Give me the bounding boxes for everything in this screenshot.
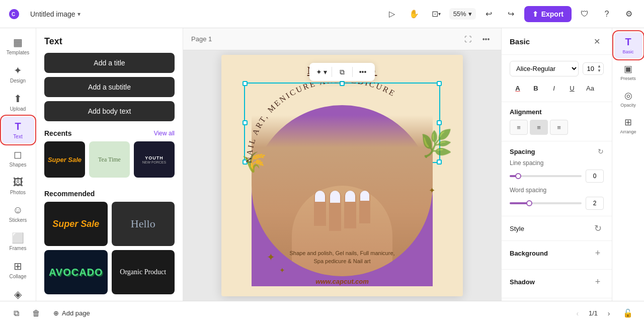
topbar-actions: ▷ ✋ ⊡ ▾ 55% ▾ ↩ ↪ ⬆ Export 🛡 ? ⚙ (383, 5, 638, 23)
sidebar-item-stickers[interactable]: ☺ Stickers (2, 200, 34, 227)
font-row: Alice-Regular 10 ▲ ▼ (510, 61, 604, 76)
recent-super-sale[interactable]: Super Sale (44, 141, 85, 178)
website-text: www.capcut.com (315, 278, 369, 285)
sidebar-item-collage[interactable]: ⊞ Collage (2, 256, 34, 283)
bottom-bar: ⧉ 🗑 ⊕ Add page ‹ 1/1 › 🔓 (0, 301, 644, 325)
font-size-control: 10 ▲ ▼ (583, 62, 604, 75)
collage-label: Collage (10, 274, 27, 279)
recent-youth[interactable]: YOUTH NEW FORCES (134, 141, 175, 178)
opacity-label: Opacity (620, 103, 636, 108)
canvas-wrapper: ✦ ▾ ⧉ ••• Nail Studio (221, 55, 463, 296)
hand-tool-button[interactable]: ✋ (405, 5, 423, 23)
finger-2 (329, 191, 341, 231)
style-refresh-button[interactable]: ↻ (592, 222, 604, 234)
resize-button[interactable]: ⊡ ▾ (427, 5, 445, 23)
sidebar-item-shapes[interactable]: ◻ Shapes (2, 144, 34, 172)
recent-tea-time[interactable]: Tea Time (89, 141, 130, 178)
add-body-text-button[interactable]: Add body text (44, 101, 175, 121)
add-title-button[interactable]: Add a title (44, 53, 175, 73)
sidebar-item-opacity[interactable]: ◎ Opacity (614, 86, 642, 112)
canvas-scroll[interactable]: ✦ ▾ ⧉ ••• Nail Studio (183, 50, 501, 301)
background-add-button[interactable]: + (592, 247, 604, 259)
sidebar-item-frames[interactable]: ⬜ Frames (2, 228, 34, 255)
help-button[interactable]: ? (598, 5, 616, 23)
prev-page-button[interactable]: ‹ (571, 306, 585, 320)
more-options-icon[interactable]: ••• (479, 32, 493, 46)
match-case-button[interactable]: Aa (582, 80, 598, 96)
align-left-button[interactable]: ≡ (510, 120, 528, 135)
bold-button[interactable]: B (528, 80, 544, 96)
left-panel-title: Text (36, 28, 183, 51)
underline-button[interactable]: U (564, 80, 580, 96)
line-spacing-track[interactable] (510, 175, 582, 177)
recommended-super-sale[interactable]: Super Sale (44, 202, 108, 246)
next-page-button[interactable]: › (602, 306, 616, 320)
format-row: A B I U Aa (510, 80, 604, 96)
export-button[interactable]: ⬆ Export (524, 6, 572, 22)
duplicate-page-button[interactable]: ⧉ (8, 305, 24, 321)
italic-button[interactable]: I (546, 80, 562, 96)
word-spacing-track[interactable] (510, 202, 582, 204)
redo-button[interactable]: ↪ (502, 5, 520, 23)
line-spacing-slider-row: 0 (510, 170, 604, 183)
zoom-control[interactable]: 55% ▾ (449, 8, 476, 20)
lock-button[interactable]: 🔓 (620, 305, 636, 321)
nail-3 (345, 191, 355, 202)
page-navigation: ‹ 1/1 › (571, 306, 616, 320)
font-size-up-icon: ▲ (597, 64, 601, 68)
basic-text-icon: T (625, 36, 631, 48)
recommended-organic[interactable]: Organic Product (112, 250, 175, 294)
frames-label: Frames (10, 246, 27, 251)
recommended-avocado[interactable]: AVOCADO (44, 250, 108, 294)
sparkle-2: ✦ (279, 266, 285, 274)
canva-logo[interactable]: C (6, 6, 22, 22)
text-label: Text (13, 134, 22, 139)
text-color-button[interactable]: A (510, 80, 526, 96)
sidebar-item-templates[interactable]: ▦ Templates (2, 32, 34, 59)
basic-label: Basic (622, 49, 633, 54)
sidebar-item-presets[interactable]: ▣ Presets (614, 59, 642, 85)
settings-button[interactable]: ⚙ (620, 5, 638, 23)
sparkle-1: ✦ (267, 251, 275, 263)
align-center-button[interactable]: ≡ (530, 120, 548, 135)
shadow-add-button[interactable]: + (592, 276, 604, 288)
sidebar-item-design[interactable]: ✦ Design (2, 60, 34, 88)
view-all-button[interactable]: View all (154, 130, 175, 137)
edit-effects-button[interactable]: ✦ ▾ (313, 65, 330, 79)
font-family-select[interactable]: Alice-Regular (510, 61, 579, 76)
word-spacing-thumb[interactable] (526, 200, 532, 206)
copy-style-button[interactable]: ⧉ (334, 65, 350, 79)
photos-icon: 🖼 (13, 177, 23, 188)
design-canvas[interactable]: Nail Studio NAIL ART, MENICURE AND PEDIC… (221, 55, 463, 296)
nail-4 (360, 191, 369, 201)
nail-2 (330, 191, 340, 203)
shield-button[interactable]: 🛡 (576, 5, 594, 23)
recents-label: Recents (44, 129, 71, 137)
line-spacing-thumb[interactable] (515, 173, 521, 179)
sidebar-item-basic[interactable]: T Basic (614, 32, 642, 58)
present-button[interactable]: ▷ (383, 5, 401, 23)
sidebar-item-text[interactable]: T Text (2, 117, 34, 143)
recommended-hello[interactable]: Hello (112, 202, 175, 246)
brand-kit-icon: ◈ (14, 288, 22, 300)
svg-text:C: C (12, 12, 15, 17)
export-label: Export (541, 10, 564, 18)
add-subtitle-button[interactable]: Add a subtitle (44, 77, 175, 97)
add-page-button[interactable]: ⊕ Add page (48, 306, 95, 320)
font-size-stepper[interactable]: ▲ ▼ (597, 64, 601, 73)
document-title-area[interactable]: Untitled image ▾ (30, 10, 80, 18)
close-panel-button[interactable]: ✕ (590, 34, 604, 48)
sidebar-item-brand-kit[interactable]: ◈ Brand kit (2, 284, 34, 301)
sidebar-item-photos[interactable]: 🖼 Photos (2, 173, 34, 199)
alignment-header: Alignment (510, 108, 604, 116)
templates-label: Templates (7, 50, 30, 55)
add-page-icon: ⊕ (53, 309, 59, 317)
fullscreen-icon[interactable]: ⛶ (461, 32, 475, 46)
sidebar-item-arrange[interactable]: ⊞ Arrange (614, 113, 642, 138)
undo-button[interactable]: ↩ (480, 5, 498, 23)
more-button[interactable]: ••• (355, 65, 371, 79)
sidebar-item-upload[interactable]: ⬆ Upload (2, 89, 34, 116)
delete-page-button[interactable]: 🗑 (28, 305, 44, 321)
refresh-icon[interactable]: ↻ (598, 147, 604, 155)
align-right-button[interactable]: ≡ (550, 120, 568, 135)
